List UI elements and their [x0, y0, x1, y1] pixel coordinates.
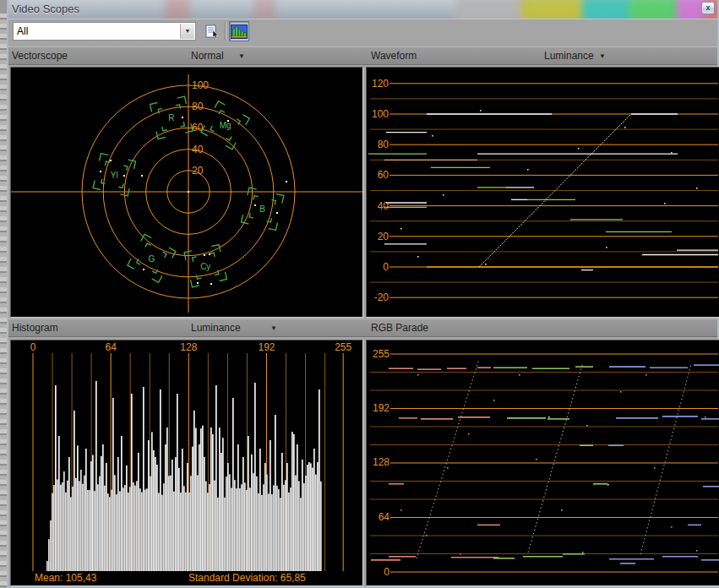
svg-text:255: 255 — [335, 341, 351, 353]
svg-text:60: 60 — [378, 169, 389, 181]
svg-text:192: 192 — [258, 341, 275, 353]
screen: Video Scopes x All ▼ — [0, 0, 719, 588]
waveform-title: Waveform — [371, 50, 417, 62]
chevron-down-icon[interactable]: ▼ — [180, 24, 194, 39]
svg-text:192: 192 — [373, 402, 389, 414]
waveform-display: 120100806040200-20 — [366, 67, 719, 318]
toolbar: All ▼ — [8, 19, 717, 45]
svg-text:40: 40 — [378, 200, 389, 212]
chevron-down-icon[interactable]: ▼ — [599, 52, 606, 60]
svg-text:64: 64 — [105, 341, 117, 353]
video-scopes-toggle-button[interactable] — [229, 21, 249, 41]
svg-text:0: 0 — [384, 566, 389, 578]
svg-text:128: 128 — [373, 456, 389, 468]
scope-filter-combobox[interactable]: All ▼ — [13, 22, 196, 41]
histogram-title: Histogram — [12, 322, 58, 334]
titlebar-glass-blob — [521, 0, 586, 19]
scope-header-row-bottom: Histogram Luminance ▼ RGB Parade — [8, 318, 717, 337]
histogram-display: 064128192255 Mean: 105,43 Standard Devia… — [10, 340, 363, 586]
vectorscope-title: Vectorscope — [12, 50, 68, 62]
title-bar[interactable]: Video Scopes x — [8, 0, 717, 19]
mean-value: Mean: 105,43 — [35, 572, 96, 584]
document-cursor-icon — [205, 24, 220, 39]
svg-text:255: 255 — [373, 348, 389, 360]
window-title: Video Scopes — [12, 3, 79, 15]
scope-filter-value: All — [17, 25, 28, 37]
rgb-parade-display: 255192128640 — [366, 340, 719, 586]
vectorscope-display: 20406080100RMgYlGCyB — [10, 67, 363, 318]
waveform-mode-select[interactable]: Luminance — [544, 50, 594, 62]
svg-text:20: 20 — [378, 231, 389, 242]
svg-text:R: R — [168, 113, 174, 122]
svg-text:120: 120 — [372, 78, 389, 90]
titlebar-glass-blob — [456, 0, 528, 19]
vectorscope-mode-select[interactable]: Normal — [191, 50, 224, 62]
svg-text:0: 0 — [30, 341, 36, 353]
chevron-down-icon[interactable]: ▼ — [238, 52, 245, 60]
std-deviation-value: Standard Deviation: 65,85 — [188, 572, 306, 584]
rgb-parade-title: RGB Parade — [371, 322, 428, 334]
svg-text:100: 100 — [372, 108, 389, 120]
histogram-mode-select[interactable]: Luminance — [191, 322, 241, 334]
svg-text:Yl: Yl — [111, 171, 118, 180]
svg-text:G: G — [148, 254, 155, 264]
histogram-stats-bar: Mean: 105,43 Standard Deviation: 65,85 — [11, 571, 362, 585]
svg-text:80: 80 — [378, 139, 389, 150]
close-button[interactable]: x — [701, 2, 715, 14]
svg-text:80: 80 — [192, 101, 204, 112]
scope-header-row-top: Vectorscope Normal ▼ Waveform Luminance … — [8, 46, 717, 65]
titlebar-glass-blob — [629, 0, 680, 19]
svg-text:40: 40 — [192, 144, 204, 155]
toolbar-separator — [225, 23, 226, 40]
svg-text:Mg: Mg — [220, 121, 231, 130]
svg-text:20: 20 — [192, 165, 204, 177]
titlebar-glass-blob — [582, 0, 633, 19]
chevron-down-icon[interactable]: ▼ — [270, 324, 277, 332]
svg-text:64: 64 — [379, 511, 390, 523]
svg-text:Cy: Cy — [200, 262, 210, 271]
video-scopes-window: Video Scopes x All ▼ — [7, 0, 719, 588]
svg-text:0: 0 — [383, 261, 389, 273]
copy-snapshot-button[interactable] — [202, 21, 222, 41]
svg-text:100: 100 — [192, 79, 209, 91]
titlebar-glass-blob — [165, 0, 190, 19]
svg-text:-20: -20 — [374, 291, 389, 303]
histogram-icon — [231, 24, 248, 39]
svg-text:B: B — [259, 204, 265, 214]
titlebar-glass-blob — [253, 0, 275, 19]
svg-text:128: 128 — [180, 341, 197, 353]
